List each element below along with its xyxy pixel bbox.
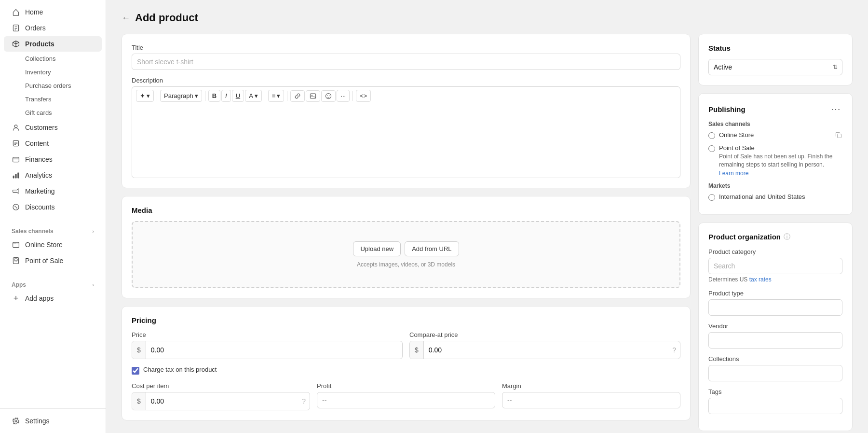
- point-of-sale-label: Point of Sale: [25, 257, 63, 265]
- publishing-menu-btn[interactable]: ⋯: [829, 103, 842, 115]
- marketing-label: Marketing: [25, 187, 54, 195]
- compare-price-info-icon: ?: [668, 346, 680, 354]
- online-store-label: Online Store: [25, 241, 63, 249]
- vendor-input[interactable]: [708, 332, 842, 349]
- sidebar-sub-inventory[interactable]: Inventory: [4, 66, 102, 79]
- marketing-icon: [12, 187, 20, 196]
- tax-rates-link[interactable]: tax rates: [749, 276, 772, 283]
- sidebar-item-orders[interactable]: Orders: [4, 20, 102, 36]
- product-type-field: Product type: [708, 290, 842, 316]
- sidebar-sub-gift-cards[interactable]: Gift cards: [4, 106, 102, 119]
- sidebar-item-products[interactable]: Products: [4, 36, 102, 52]
- intl-us-radio[interactable]: [708, 194, 715, 201]
- ai-btn[interactable]: ✦ ▾: [136, 90, 154, 102]
- charge-tax-checkbox[interactable]: [132, 367, 139, 375]
- sidebar-item-add-apps[interactable]: + Add apps: [4, 291, 102, 306]
- vendor-label: Vendor: [708, 322, 842, 330]
- sidebar-item-online-store[interactable]: Online Store: [4, 237, 102, 252]
- online-store-radio[interactable]: [708, 132, 715, 139]
- copy-link-icon[interactable]: [835, 131, 842, 140]
- collections-input[interactable]: [708, 365, 842, 381]
- svg-point-27: [15, 420, 17, 422]
- price-input[interactable]: [146, 342, 402, 358]
- sidebar-item-marketing[interactable]: Marketing: [4, 183, 102, 199]
- bold-btn[interactable]: B: [208, 90, 220, 102]
- more-btn[interactable]: ···: [337, 90, 350, 102]
- category-input[interactable]: [708, 258, 842, 274]
- svg-point-21: [14, 243, 14, 244]
- sidebar-item-point-of-sale[interactable]: Point of Sale: [4, 253, 102, 268]
- sales-channels-section-label: Sales channels ›: [0, 223, 106, 237]
- add-apps-label: Add apps: [25, 294, 54, 302]
- sidebar-sub-transfers[interactable]: Transfers: [4, 93, 102, 106]
- sidebar-item-home[interactable]: Home: [4, 4, 102, 20]
- compare-price-field: Compare-at price $ ?: [409, 331, 680, 359]
- separator-3: [265, 91, 265, 101]
- svg-rect-12: [13, 176, 14, 179]
- gift-cards-label: Gift cards: [25, 109, 52, 116]
- title-label: Title: [132, 44, 680, 51]
- svg-rect-24: [14, 259, 17, 261]
- margin-label: Margin: [502, 382, 680, 390]
- org-info-icon[interactable]: ⓘ: [784, 233, 790, 241]
- emoji-btn[interactable]: [321, 90, 336, 102]
- publishing-title: Publishing: [708, 105, 746, 113]
- compare-price-input[interactable]: [424, 342, 668, 358]
- media-upload-area: Upload new Add from URL Accepts images, …: [132, 221, 680, 288]
- status-select[interactable]: Active Draft: [708, 59, 842, 75]
- cost-info-icon: ?: [298, 397, 310, 405]
- svg-point-22: [15, 243, 16, 244]
- margin-input: [502, 392, 680, 408]
- separator-4: [287, 91, 287, 101]
- paragraph-btn[interactable]: Paragraph ▾: [160, 90, 202, 102]
- separator-2: [205, 91, 205, 101]
- sidebar-item-content[interactable]: Content: [4, 136, 102, 151]
- separator-1: [157, 91, 157, 101]
- online-store-channel: Online Store: [708, 131, 842, 140]
- pricing-row-1: Price $ Compare-at price $ ?: [132, 331, 680, 359]
- pos-radio[interactable]: [708, 145, 715, 152]
- chevron-right-icon: ›: [92, 228, 94, 234]
- sidebar-item-analytics[interactable]: Analytics: [4, 168, 102, 183]
- price-input-wrap: $: [132, 341, 403, 359]
- product-type-input[interactable]: [708, 299, 842, 316]
- back-button[interactable]: ←: [122, 13, 130, 23]
- media-hint: Accepts images, videos, or 3D models: [357, 261, 455, 268]
- main-content: ← Add product Title Description ✦ ▾: [106, 0, 868, 433]
- settings-icon: [12, 417, 20, 425]
- inventory-label: Inventory: [25, 69, 51, 76]
- media-card: Media Upload new Add from URL Accepts im…: [122, 196, 691, 298]
- image-btn[interactable]: [306, 90, 320, 102]
- org-header: Product organization ⓘ: [708, 233, 842, 241]
- sidebar-item-customers[interactable]: Customers: [4, 120, 102, 135]
- italic-btn[interactable]: I: [221, 90, 231, 102]
- sidebar-item-finances[interactable]: Finances: [4, 152, 102, 167]
- title-input[interactable]: [132, 54, 680, 70]
- cost-label: Cost per item: [132, 382, 310, 390]
- pos-learn-more-link[interactable]: Learn more: [719, 170, 748, 177]
- tags-input[interactable]: [708, 398, 842, 414]
- cost-input[interactable]: [146, 393, 298, 409]
- description-body[interactable]: [132, 105, 680, 178]
- org-card: Product organization ⓘ Product category …: [698, 223, 853, 431]
- pos-desc: Point of Sale has not been set up. Finis…: [719, 153, 842, 169]
- sidebar-item-discounts[interactable]: Discounts: [4, 199, 102, 215]
- settings-label: Settings: [25, 417, 50, 425]
- upload-new-btn[interactable]: Upload new: [353, 241, 401, 256]
- sidebar-item-settings[interactable]: Settings: [4, 413, 102, 429]
- cost-prefix: $: [132, 392, 146, 410]
- content-label: Content: [25, 140, 49, 147]
- color-btn[interactable]: A ▾: [245, 90, 262, 102]
- markets-label: Markets: [708, 182, 842, 189]
- link-btn[interactable]: [290, 90, 305, 102]
- add-from-url-btn[interactable]: Add from URL: [405, 241, 459, 256]
- collections-label: Collections: [25, 55, 56, 62]
- sidebar-sub-purchase-orders[interactable]: Purchase orders: [4, 79, 102, 92]
- code-btn[interactable]: <>: [356, 90, 371, 102]
- underline-btn[interactable]: U: [232, 90, 244, 102]
- svg-point-5: [14, 125, 17, 128]
- sidebar-sub-collections[interactable]: Collections: [4, 52, 102, 65]
- tax-hint: Determines US tax rates: [708, 276, 842, 283]
- media-title: Media: [132, 206, 680, 214]
- align-btn[interactable]: ≡ ▾: [268, 90, 285, 102]
